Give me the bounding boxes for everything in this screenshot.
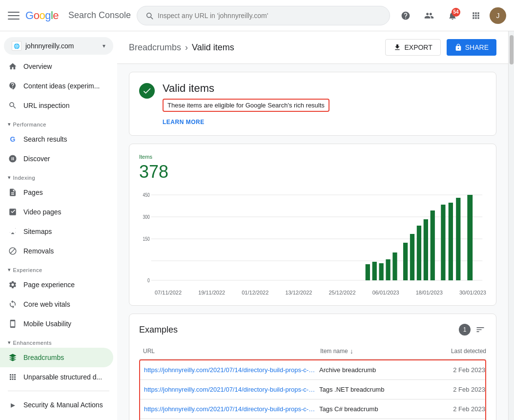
menu-icon[interactable] xyxy=(8,10,20,21)
export-button[interactable]: EXPORT xyxy=(385,39,440,56)
row-item-name: Archive breadcrumb xyxy=(319,366,427,374)
sidebar-item-breadcrumbs[interactable]: Breadcrumbs xyxy=(0,348,113,367)
row-url[interactable]: https://johnnyreilly.com/2021/07/14/dire… xyxy=(140,366,319,374)
sidebar-item-label: URL inspection xyxy=(23,102,105,109)
sidebar-item-core-web-vitals[interactable]: Core web vitals xyxy=(0,294,113,314)
sidebar-item-label: Content ideas (experim... xyxy=(23,82,105,90)
sidebar-section-enhancements: ▾ Enhancements xyxy=(0,336,117,348)
row-last-detected: 2 Feb 2023 xyxy=(427,405,485,413)
header-actions: EXPORT SHARE xyxy=(385,39,496,56)
chart-svg: 450 300 150 0 xyxy=(139,190,486,288)
row-url[interactable]: https://johnnyreilly.com/2021/07/14/dire… xyxy=(140,386,319,393)
content-body: Valid items These items are eligible for… xyxy=(117,64,508,420)
sidebar-item-mobile-usability[interactable]: Mobile Usability xyxy=(0,314,113,334)
property-name: johnnyreilly.com xyxy=(25,42,99,50)
topbar-icons: 54 J xyxy=(396,6,506,25)
chevron-down-icon: ▾ xyxy=(103,42,105,49)
sidebar-item-label: Mobile Usability xyxy=(23,320,105,328)
sidebar-item-page-experience[interactable]: Page experience xyxy=(0,275,113,294)
chart-value: 378 xyxy=(139,162,486,182)
search-results-icon: G xyxy=(8,134,18,144)
sidebar-item-label: Sitemaps xyxy=(23,228,105,235)
scrollbar[interactable] xyxy=(508,31,514,420)
svg-rect-11 xyxy=(379,263,384,280)
sidebar-item-sitemaps[interactable]: Sitemaps xyxy=(0,222,113,241)
sidebar-item-url-inspection[interactable]: URL inspection xyxy=(0,96,113,115)
svg-rect-16 xyxy=(417,226,421,280)
core-web-vitals-icon xyxy=(8,299,18,309)
sidebar-item-video-pages[interactable]: Video pages xyxy=(0,202,113,222)
google-logo: Google xyxy=(25,9,59,22)
row-url[interactable]: https://johnnyreilly.com/2021/07/14/dire… xyxy=(140,405,319,413)
discover-icon xyxy=(8,154,18,164)
sidebar-item-label: Page experience xyxy=(23,281,105,289)
sidebar-item-label: Overview xyxy=(23,63,105,70)
sidebar-item-legacy[interactable]: ▸ Legacy tools and reports xyxy=(0,415,113,420)
content-area: Breadcrumbs › Valid items EXPORT SHARE xyxy=(117,31,508,420)
chevron-right-icon: ▸ xyxy=(8,400,18,410)
main-layout: 🌐 johnnyreilly.com ▾ Overview Content id… xyxy=(0,31,514,420)
people-icon xyxy=(424,11,434,21)
chevron-down-icon: ▾ xyxy=(8,174,11,181)
sidebar-item-content-ideas[interactable]: Content ideas (experim... xyxy=(0,76,113,96)
col-last-detected-header: Last detected xyxy=(428,348,486,355)
examples-title: Examples xyxy=(139,325,178,335)
notification-badge: 54 xyxy=(452,8,460,17)
chart-card: Items 378 450 300 150 0 xyxy=(129,144,496,306)
url-inspection-icon xyxy=(8,101,18,110)
valid-items-title: Valid items xyxy=(163,82,486,95)
apps-button[interactable] xyxy=(466,6,486,25)
svg-text:450: 450 xyxy=(143,192,150,198)
chevron-down-icon: ▾ xyxy=(8,339,11,346)
svg-rect-9 xyxy=(366,264,370,280)
sidebar-item-unparsable[interactable]: Unparsable structured d... xyxy=(0,367,113,387)
examples-table: https://johnnyreilly.com/2021/07/14/dire… xyxy=(139,359,486,420)
svg-rect-12 xyxy=(386,259,390,280)
sidebar-item-removals[interactable]: Removals xyxy=(0,241,113,261)
chart-label: Items xyxy=(139,154,486,160)
avatar[interactable]: J xyxy=(490,7,506,24)
notifications-button[interactable]: 54 xyxy=(443,6,462,25)
people-button[interactable] xyxy=(419,6,439,25)
examples-count-badge: 1 xyxy=(459,324,471,336)
search-bar[interactable] xyxy=(137,6,390,25)
sidebar-section-experience: ▾ Experience xyxy=(0,263,117,275)
sidebar-item-search-results[interactable]: G Search results xyxy=(0,129,113,149)
svg-rect-15 xyxy=(410,234,414,280)
row-item-name: Tags C# breadcrumb xyxy=(319,405,427,413)
help-button[interactable] xyxy=(396,6,415,25)
property-selector[interactable]: 🌐 johnnyreilly.com ▾ xyxy=(4,37,113,55)
svg-rect-17 xyxy=(424,219,428,280)
content-ideas-icon xyxy=(8,81,18,91)
filter-icon[interactable] xyxy=(474,324,486,336)
breadcrumb-parent[interactable]: Breadcrumbs xyxy=(129,42,181,53)
sidebar-item-overview[interactable]: Overview xyxy=(0,57,113,76)
col-url-header: URL xyxy=(139,348,320,355)
search-icon xyxy=(145,11,154,20)
learn-more-button[interactable]: LEARN MORE xyxy=(163,119,205,126)
svg-rect-13 xyxy=(392,252,397,280)
table-row: https://johnnyreilly.com/2021/07/14/dire… xyxy=(140,399,485,419)
sidebar-item-discover[interactable]: Discover xyxy=(0,149,113,168)
chevron-down-icon: ▾ xyxy=(8,121,11,127)
video-pages-icon xyxy=(8,207,18,217)
sidebar-item-label: Unparsable structured d... xyxy=(23,373,105,381)
share-button[interactable]: SHARE xyxy=(447,39,496,56)
svg-text:300: 300 xyxy=(143,214,150,220)
svg-rect-14 xyxy=(403,243,408,280)
valid-info: Valid items These items are eligible for… xyxy=(163,82,486,126)
help-icon xyxy=(401,11,411,21)
sidebar: 🌐 johnnyreilly.com ▾ Overview Content id… xyxy=(0,31,117,420)
svg-rect-21 xyxy=(456,198,460,280)
breadcrumb-current: Valid items xyxy=(192,42,234,53)
svg-rect-10 xyxy=(372,262,377,280)
sidebar-section-indexing: ▾ Indexing xyxy=(0,170,117,183)
sidebar-item-security[interactable]: ▸ Security & Manual Actions xyxy=(0,395,113,415)
search-input[interactable] xyxy=(158,12,382,20)
download-icon xyxy=(393,43,401,51)
content-header: Breadcrumbs › Valid items EXPORT SHARE xyxy=(117,31,508,64)
sidebar-item-pages[interactable]: Pages xyxy=(0,183,113,202)
col-item-name-header[interactable]: Item name ↓ xyxy=(320,347,428,355)
table-row: https://johnnyreilly.com/2021/07/14/dire… xyxy=(140,360,485,380)
examples-card: Examples 1 URL Item name ↓ Last detected xyxy=(129,314,496,420)
